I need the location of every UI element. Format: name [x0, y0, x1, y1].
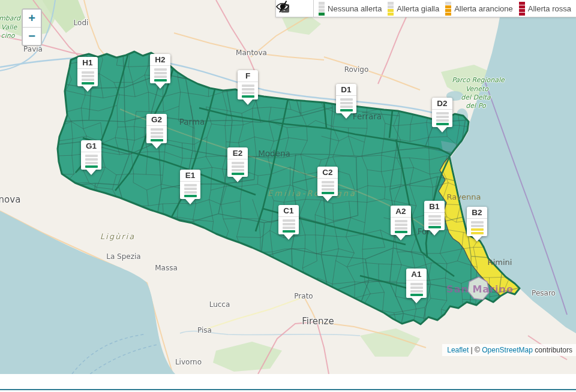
- legend-item-1: Allerta gialla: [388, 2, 439, 16]
- base-map: [0, 0, 576, 374]
- footer-accent-line: [0, 389, 576, 390]
- marker-tail: [284, 234, 293, 240]
- marker-alert-bars: [77, 69, 98, 86]
- marker-zone-label: F: [238, 70, 258, 82]
- contributors-text: contributors: [535, 346, 572, 354]
- legend-item-2: Allerta arancione: [445, 2, 513, 16]
- legend-alert-level-icon: [319, 2, 325, 16]
- marker-alert-bars: [278, 217, 299, 234]
- marker-tail: [396, 235, 406, 240]
- footer-strip: [0, 374, 576, 392]
- legend-label: Nessuna allerta: [328, 4, 382, 13]
- marker-zone-label: D2: [432, 98, 452, 110]
- marker-tail: [233, 177, 242, 182]
- marker-alert-bars: [317, 179, 338, 196]
- alert-marker-C2[interactable]: C2: [317, 167, 338, 201]
- alert-marker-D2[interactable]: D2: [432, 98, 452, 132]
- marker-tail: [323, 196, 332, 201]
- marker-tail: [243, 99, 253, 105]
- marker-tail: [341, 113, 351, 119]
- zoom-out-button[interactable]: −: [23, 27, 41, 45]
- weather-alert-map-page: LodiPaviaMantovaRovigoParco RegionaleVen…: [0, 0, 576, 392]
- marker-tail: [86, 170, 96, 175]
- marker-zone-label: G1: [81, 140, 101, 152]
- marker-tail: [152, 143, 161, 149]
- marker-tail: [430, 230, 439, 236]
- marker-zone-label: C1: [278, 205, 299, 217]
- alert-marker-A1[interactable]: A1: [406, 269, 427, 303]
- alert-marker-E2[interactable]: E2: [227, 147, 248, 182]
- marker-zone-label: H1: [77, 57, 98, 69]
- zoom-in-button[interactable]: +: [23, 10, 41, 27]
- marker-alert-bars: [467, 219, 487, 236]
- alert-marker-B1[interactable]: B1: [424, 201, 445, 236]
- leaflet-link[interactable]: Leaflet: [447, 346, 469, 354]
- osm-link[interactable]: OpenStreetMap: [482, 346, 533, 354]
- attribution: Leaflet | © OpenStreetMap contributors: [442, 344, 576, 356]
- legend-label: Allerta arancione: [454, 4, 513, 13]
- legend-bar: Nessuna allertaAllerta giallaAllerta ara…: [275, 0, 576, 17]
- marker-zone-label: B2: [467, 207, 487, 219]
- marker-alert-bars: [391, 218, 411, 235]
- alert-marker-G2[interactable]: G2: [146, 114, 167, 149]
- marker-alert-bars: [150, 66, 170, 83]
- marker-tail: [437, 127, 447, 132]
- alert-marker-H1[interactable]: H1: [77, 57, 98, 92]
- marker-tail: [155, 83, 165, 89]
- marker-alert-bars: [180, 182, 200, 199]
- legend-label: Allerta gialla: [397, 4, 439, 13]
- marker-alert-bars: [424, 213, 445, 230]
- marker-zone-label: G2: [146, 114, 167, 126]
- legend-divider: [313, 0, 314, 17]
- marker-alert-bars: [336, 96, 356, 113]
- legend-alert-level-icon: [445, 2, 451, 16]
- alert-marker-F[interactable]: F: [238, 70, 258, 105]
- marker-alert-bars: [227, 159, 248, 177]
- marker-tail: [185, 199, 195, 204]
- marker-zone-label: A1: [406, 269, 427, 281]
- marker-zone-label: D1: [336, 84, 356, 96]
- alert-marker-E1[interactable]: E1: [180, 170, 200, 204]
- marker-zone-label: E2: [227, 147, 248, 159]
- marker-tail: [412, 298, 421, 303]
- zoom-control: + −: [22, 8, 42, 46]
- marker-zone-label: C2: [317, 167, 338, 179]
- marker-tail: [83, 86, 92, 92]
- marker-zone-label: E1: [180, 170, 200, 182]
- legend-label: Allerta rossa: [528, 4, 571, 13]
- marker-alert-bars: [81, 152, 101, 170]
- marker-alert-bars: [432, 110, 452, 127]
- marker-tail: [472, 236, 482, 242]
- alert-marker-D1[interactable]: D1: [336, 84, 356, 119]
- marker-zone-label: H2: [150, 54, 170, 66]
- map-canvas[interactable]: LodiPaviaMantovaRovigoParco RegionaleVen…: [0, 0, 576, 374]
- alert-marker-H2[interactable]: H2: [150, 54, 170, 89]
- marker-alert-bars: [406, 281, 427, 298]
- marker-alert-bars: [238, 82, 258, 99]
- legend-alert-level-icon: [519, 2, 525, 16]
- alert-marker-B2[interactable]: B2: [467, 207, 487, 242]
- legend-items: Nessuna allertaAllerta giallaAllerta ara…: [319, 2, 571, 16]
- legend-alert-level-icon: [388, 2, 394, 16]
- attribution-separator: | ©: [471, 346, 482, 354]
- alert-marker-C1[interactable]: C1: [278, 205, 299, 240]
- eye-slash-icon[interactable]: [294, 1, 308, 16]
- alert-marker-G1[interactable]: G1: [81, 140, 101, 175]
- alert-marker-A2[interactable]: A2: [391, 206, 411, 240]
- marker-alert-bars: [146, 126, 167, 143]
- legend-item-3: Allerta rossa: [519, 2, 571, 16]
- marker-zone-label: A2: [391, 206, 411, 218]
- marker-zone-label: B1: [424, 201, 445, 213]
- legend-item-0: Nessuna allerta: [319, 2, 382, 16]
